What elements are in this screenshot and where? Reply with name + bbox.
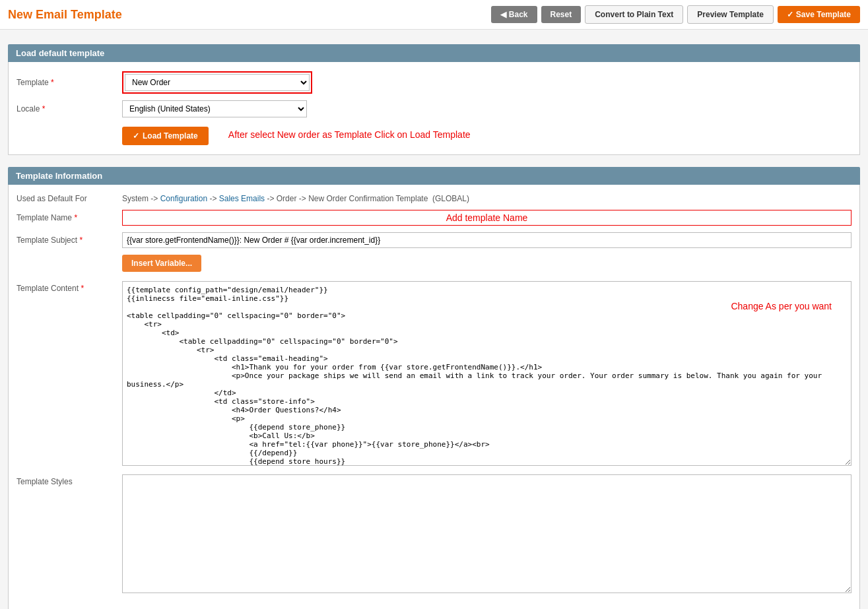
template-content-label: Template Content * — [17, 281, 122, 293]
reset-button[interactable]: Reset — [541, 6, 582, 23]
template-row: Template * New Order New Order (Guest) O… — [17, 71, 851, 94]
save-button[interactable]: ✓ Save Template — [778, 6, 860, 23]
used-as-default-row: Used as Default For System -> Configurat… — [17, 194, 851, 203]
template-styles-label: Template Styles — [17, 474, 122, 486]
back-button[interactable]: ◀ Back — [491, 6, 537, 23]
preview-button[interactable]: Preview Template — [687, 5, 774, 24]
insert-variable-button[interactable]: Insert Variable... — [122, 255, 201, 272]
template-select-wrapper: New Order New Order (Guest) Order Update… — [122, 71, 312, 94]
back-arrow-icon: ◀ — [500, 10, 506, 19]
configuration-link[interactable]: Configuration — [160, 194, 207, 203]
template-content-row: Template Content * Change As per you wan… — [17, 281, 851, 468]
page-title: New Email Template — [8, 8, 122, 22]
locale-label: Locale * — [17, 104, 122, 113]
load-template-button[interactable]: ✓ Load Template — [122, 127, 209, 145]
used-as-default-label: Used as Default For — [17, 194, 122, 203]
template-name-label: Template Name * — [17, 213, 122, 222]
locale-select-control: English (United States) French (France) … — [122, 100, 851, 117]
load-check-icon: ✓ — [133, 131, 139, 141]
template-name-control: Add template Name — [122, 210, 851, 226]
template-styles-row: Template Styles — [17, 474, 851, 595]
save-check-icon: ✓ — [787, 10, 793, 19]
load-default-section-header: Load default template — [8, 44, 860, 62]
template-name-input[interactable] — [122, 210, 851, 226]
sales-emails-link[interactable]: Sales Emails — [219, 194, 265, 203]
template-info-section-header: Template Information — [8, 167, 860, 185]
template-select-control: New Order New Order (Guest) Order Update… — [122, 71, 851, 94]
template-label: Template * — [17, 78, 122, 87]
locale-select[interactable]: English (United States) French (France) … — [122, 100, 307, 117]
template-name-row: Template Name * Add template Name — [17, 210, 851, 226]
template-content-control: Change As per you want — [122, 281, 851, 468]
insert-variable-row: Insert Variable... — [17, 255, 851, 276]
locale-row: Locale * English (United States) French … — [17, 100, 851, 117]
page-header: New Email Template ◀ Back Reset Convert … — [0, 0, 868, 30]
template-content-textarea[interactable] — [122, 281, 851, 466]
template-subject-control — [122, 232, 851, 248]
convert-button[interactable]: Convert to Plain Text — [585, 5, 683, 24]
template-styles-textarea[interactable] — [122, 474, 851, 593]
template-subject-label: Template Subject * — [17, 236, 122, 245]
template-info-section-body: Used as Default For System -> Configurat… — [8, 185, 860, 609]
header-actions: ◀ Back Reset Convert to Plain Text Previ… — [491, 5, 860, 24]
template-subject-row: Template Subject * — [17, 232, 851, 248]
main-content: Load default template Template * New Ord… — [0, 30, 868, 609]
template-styles-control — [122, 474, 851, 595]
template-select[interactable]: New Order New Order (Guest) Order Update… — [125, 74, 310, 91]
load-annotation: After select New order as Template Click… — [228, 129, 471, 140]
used-as-default-value: System -> Configuration -> Sales Emails … — [122, 194, 851, 203]
load-row: ✓ Load Template After select New order a… — [17, 124, 851, 145]
template-subject-input[interactable] — [122, 232, 851, 248]
load-default-section-body: Template * New Order New Order (Guest) O… — [8, 62, 860, 155]
